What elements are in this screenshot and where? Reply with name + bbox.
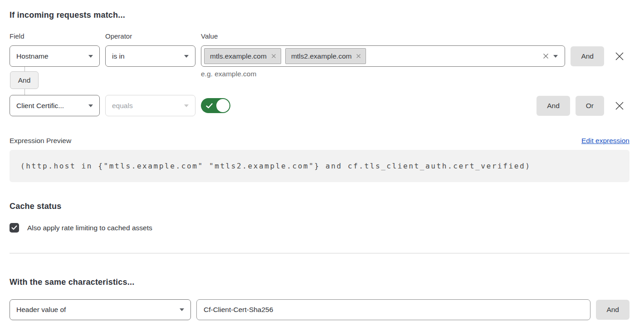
remove-condition-row1[interactable] bbox=[610, 46, 629, 66]
check-icon bbox=[206, 103, 213, 109]
cache-status-title: Cache status bbox=[10, 201, 629, 212]
connector-line bbox=[24, 89, 25, 95]
chevron-down-icon bbox=[184, 104, 189, 107]
header-name-input[interactable] bbox=[196, 299, 590, 320]
chevron-down-icon bbox=[88, 55, 93, 58]
expression-preview-header: Expression Preview Edit expression bbox=[10, 136, 629, 146]
chevron-down-icon bbox=[553, 55, 558, 58]
characteristics-title: With the same characteristics... bbox=[10, 277, 629, 287]
operator-select-row1-value: is in bbox=[112, 52, 125, 60]
value-tag-label: mtls2.example.com bbox=[291, 52, 352, 60]
connector-and-button[interactable]: And bbox=[10, 71, 39, 89]
expression-code: (http.host in {"mtls.example.com" "mtls2… bbox=[10, 150, 629, 182]
condition-connector: And bbox=[10, 67, 39, 95]
field-select-row2[interactable]: Client Certific... bbox=[10, 95, 100, 116]
row2-and-button[interactable]: And bbox=[537, 96, 570, 116]
remove-condition-row2[interactable] bbox=[610, 96, 629, 116]
cache-status-section: Cache status Also apply rate limiting to… bbox=[10, 201, 629, 233]
chevron-down-icon bbox=[88, 104, 93, 107]
condition-row-2: Client Certific... equals And Or bbox=[10, 95, 629, 116]
toggle-knob bbox=[216, 99, 229, 112]
field-select-row2-value: Client Certific... bbox=[16, 102, 64, 110]
hostname-value-multiselect[interactable]: mtls.example.com mtls2.example.com bbox=[201, 45, 565, 67]
connector-band: And e.g. example.com bbox=[10, 67, 629, 95]
rate-limiting-rule-builder: If incoming requests match... Field Oper… bbox=[0, 0, 644, 327]
clear-values-icon[interactable] bbox=[542, 53, 549, 59]
check-icon bbox=[11, 225, 17, 230]
row1-and-button[interactable]: And bbox=[571, 46, 604, 66]
cached-assets-checkbox-row: Also apply rate limiting to cached asset… bbox=[10, 223, 629, 233]
field-column-label: Field bbox=[10, 32, 100, 41]
expression-preview-section: Expression Preview Edit expression (http… bbox=[10, 136, 629, 182]
cert-verified-toggle[interactable] bbox=[201, 98, 230, 113]
edit-expression-link[interactable]: Edit expression bbox=[581, 136, 629, 146]
chevron-down-icon bbox=[180, 308, 184, 311]
cached-assets-checkbox[interactable] bbox=[10, 223, 19, 233]
characteristics-section: With the same characteristics... Header … bbox=[10, 277, 629, 320]
value-column-label: Value bbox=[201, 32, 218, 41]
close-icon bbox=[615, 51, 624, 61]
operator-select-row2-placeholder: equals bbox=[112, 102, 133, 110]
value-tag: mtls2.example.com bbox=[285, 48, 366, 64]
row2-or-button[interactable]: Or bbox=[576, 96, 604, 116]
section-divider bbox=[10, 253, 629, 253]
connector-line bbox=[24, 67, 25, 71]
characteristic-select[interactable]: Header value of bbox=[10, 299, 191, 320]
value-tag-label: mtls.example.com bbox=[210, 52, 267, 60]
operator-column-label: Operator bbox=[105, 32, 195, 41]
condition-column-labels: Field Operator Value bbox=[10, 32, 629, 41]
characteristic-and-button[interactable]: And bbox=[596, 300, 629, 320]
operator-select-row1[interactable]: is in bbox=[105, 45, 195, 67]
chevron-down-icon bbox=[184, 55, 189, 58]
remove-tag-icon[interactable] bbox=[356, 54, 361, 59]
operator-select-row2: equals bbox=[105, 95, 195, 116]
field-select-row1[interactable]: Hostname bbox=[10, 45, 100, 67]
cached-assets-checkbox-label: Also apply rate limiting to cached asset… bbox=[27, 224, 152, 232]
incoming-requests-title: If incoming requests match... bbox=[10, 10, 629, 20]
value-tag: mtls.example.com bbox=[204, 48, 281, 64]
incoming-requests-section: If incoming requests match... Field Oper… bbox=[10, 10, 629, 116]
field-select-row1-value: Hostname bbox=[16, 52, 49, 60]
close-icon bbox=[615, 101, 624, 111]
characteristic-row: Header value of And bbox=[10, 299, 629, 320]
characteristic-select-value: Header value of bbox=[16, 306, 66, 314]
expression-preview-label: Expression Preview bbox=[10, 136, 71, 146]
remove-tag-icon[interactable] bbox=[271, 54, 276, 59]
condition-row-1: Hostname is in mtls.example.com mtls2.ex… bbox=[10, 45, 629, 67]
value-helper-text: e.g. example.com bbox=[201, 70, 256, 78]
